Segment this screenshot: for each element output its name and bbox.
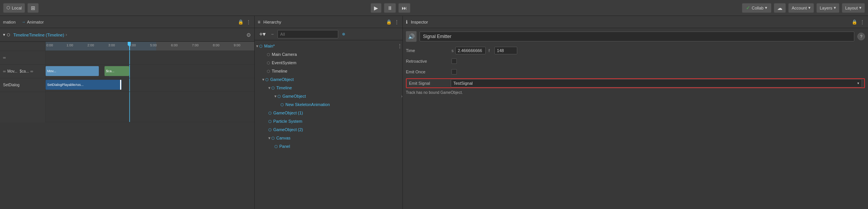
track-label-text-2: Mov... [7,69,17,73]
table-row: ∞ [0,51,254,65]
arrow-right-icon: → [22,20,25,24]
layers-label: Layers [820,6,832,10]
scene-more-icon[interactable]: ⋮ [397,43,402,49]
retroactive-checkbox[interactable] [451,59,457,64]
dropdown-chevron-icon: ▾ [857,81,859,85]
time-value-field[interactable]: 2.466666666 [455,47,486,54]
timeline-tracks: ∞ ∞ Mov... $ca... ∞ Mov... [0,51,254,209]
loop-icon-2: ∞ [3,69,6,73]
inspector-panel-icon: ℹ [406,19,408,25]
emit-signal-row: Emit Signal TestSignal ▾ [406,78,865,88]
help-button[interactable]: ? [857,33,865,40]
table-row: SetDialog SetDialogPlayableAss... [0,78,254,92]
retroactive-label: Retroactive [406,59,451,63]
table-row [0,92,254,122]
inspector-title-row: 🔊 ? [406,31,865,42]
time-value: 2.466666666 [458,48,482,53]
playhead-track [129,51,130,64]
hierarchy-search-input[interactable] [277,30,338,38]
object-icon-8: ⬡ [268,119,272,124]
list-item[interactable]: ⬡ Particle System [255,117,402,125]
hierarchy-item-label-0: Main Camera [272,52,297,57]
hierarchy-item-label-9: GameObject (2) [273,127,303,132]
timeline-panel-header: mation → Animator 🔒 ⋮ [0,16,254,28]
cloud-button[interactable]: ☁ [774,3,786,13]
time-unit2-label: f [489,48,490,53]
account-button[interactable]: Account ▾ [788,3,814,13]
scene-name-label: Main* [264,44,275,48]
layout-button[interactable]: Layout ▾ [842,3,865,13]
hierarchy-item-label-5: GameObject [282,94,306,98]
track-content-1 [46,51,254,64]
main-content: mation → Animator 🔒 ⋮ ▾ ⬡ TimelineTimeli… [0,16,868,209]
list-item[interactable]: ⬡ GameObject (1) [255,109,402,117]
ruler-mark-1: 1:00 [67,43,73,47]
track-content-2: Mov... $ca... [46,65,254,78]
time-frame-field[interactable]: 148 [494,47,517,54]
timeline-tab-animation[interactable]: mation [3,20,16,24]
table-row: ∞ Mov... $ca... ∞ Mov... $ca... [0,65,254,78]
top-toolbar: ⬡ Local ⊞ ▶ ⏸ ⏭ ✓ Collab ▾ ☁ Account ▾ L… [0,0,868,16]
local-button[interactable]: ⬡ Local [3,3,25,13]
clip-setdialog[interactable]: SetDialogPlayableAss... [46,80,122,90]
list-item[interactable]: ▾ ⬡ Canvas [255,134,402,142]
grid-button[interactable]: ⊞ [27,3,39,13]
timeline-more-icon[interactable]: ⋮ [246,19,251,25]
emit-signal-dropdown[interactable]: TestSignal ▾ [451,79,862,87]
component-name-input[interactable] [420,32,854,41]
emit-once-field-row: Emit Once [406,68,865,76]
inspector-content: 🔊 ? Time s 2.466666666 f 148 [403,28,868,209]
list-item[interactable]: ▾ ⬡ GameObject › [255,92,402,100]
inspector-lock-icon: 🔒 [852,19,857,25]
list-item[interactable]: ⬡ Panel [255,142,402,150]
check-icon: ✓ [746,5,750,11]
emit-once-label: Emit Once [406,70,451,74]
grid-icon: ⊞ [31,5,35,11]
ruler-mark-5: 5:00 [150,43,157,47]
hierarchy-more-icon[interactable]: ⋮ [394,19,399,25]
hierarchy-item-label-6: New SkeletonAnimation [285,102,330,107]
retroactive-field-row: Retroactive [406,57,865,65]
layers-button[interactable]: Layers ▾ [816,3,839,13]
collab-chevron-icon: ▾ [765,5,767,10]
track-content-3: SetDialogPlayableAss... [46,78,254,92]
emit-once-checkbox[interactable] [451,69,457,74]
clip-sca[interactable]: $ca... [105,66,129,76]
step-button[interactable]: ⏭ [398,3,410,13]
hierarchy-add-button[interactable]: +▾ [258,30,267,38]
list-item[interactable]: ⬡ GameObject (2) [255,125,402,134]
pause-icon: ⏸ [387,5,393,11]
list-item[interactable]: ⬡ New SkeletonAnimation [255,100,402,109]
list-item[interactable]: ⬡ EventSystem [255,59,402,67]
collab-button[interactable]: ✓ Collab ▾ [742,3,771,13]
ruler-mark-9: 9:00 [234,43,241,47]
track-label-text-2b: $ca... [20,69,29,73]
play-button[interactable]: ▶ [371,3,382,13]
timeline-settings-icon[interactable]: ⚙ [246,32,251,38]
list-item[interactable]: ⬡ Timeline [255,67,402,75]
timeline-lock-icon: 🔒 [238,19,244,25]
hierarchy-scene-root[interactable]: ▾ ⬡ Main* ⋮ [255,42,402,50]
list-item[interactable]: ⬡ Main Camera [255,50,402,59]
pause-button[interactable]: ⏸ [384,3,396,13]
ruler-mark-3: 3:00 [108,43,115,47]
hierarchy-item-label-11: Panel [279,144,290,149]
hierarchy-panel-icon: ≡ [258,19,260,25]
timeline-ruler: 0:00 1:00 2:00 3:00 4:00 5:00 6:00 7:00 … [0,42,254,51]
list-item[interactable]: ▾ ⬡ Timeline [255,84,402,92]
timeline-child-expand-icon: ▾ [268,86,271,90]
account-chevron-icon: ▾ [808,5,811,10]
list-item[interactable]: ▾ ⬡ GameObject [255,75,402,84]
animator-tab[interactable]: Animator [27,20,44,24]
clip-mov[interactable]: Mov... [46,66,99,76]
object-icon-10: ⬡ [271,136,275,140]
track-label-3: SetDialog [0,78,46,92]
ruler-mark-6: 6:00 [171,43,178,47]
layers-chevron-icon: ▾ [834,5,836,10]
signal-marker [120,80,121,90]
search-icon: ⊛ [342,32,345,36]
breadcrumb-chevron-icon: › [66,33,67,37]
inspector-panel: ℹ Inspector 🔒 ⋮ 🔊 ? Time s [403,16,868,209]
cube-icon: ⬡ [6,5,10,10]
inspector-more-icon[interactable]: ⋮ [860,19,865,25]
